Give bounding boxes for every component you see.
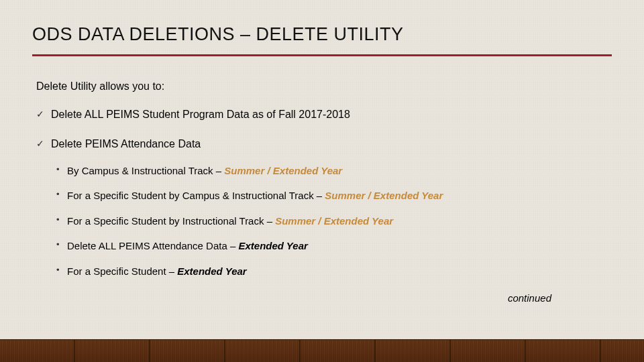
slide-title: ODS DATA DELETIONS – DELETE UTILITY [32,24,612,45]
sub-list: By Campus & Instructional Track – Summer… [51,164,612,278]
check-item-text: Delete ALL PEIMS Student Program Data as… [51,109,350,120]
sub-item-prefix: Delete ALL PEIMS Attendance Data – [67,240,238,251]
sub-item: For a Specific Student by Campus & Instr… [51,189,612,202]
sub-item-prefix: By Campus & Instructional Track – [67,165,224,176]
wood-floor-decoration [0,339,644,362]
sub-item-emph: Extended Year [238,240,307,251]
sub-item: By Campus & Instructional Track – Summer… [51,164,612,178]
sub-item: For a Specific Student – Extended Year [51,265,612,278]
check-item: Delete PEIMS Attendance Data By Campus &… [36,137,612,278]
sub-item-emph: Summer / Extended Year [275,215,393,227]
check-item: Delete ALL PEIMS Student Program Data as… [36,107,612,122]
check-list: Delete ALL PEIMS Student Program Data as… [36,107,612,278]
sub-item-prefix: For a Specific Student by Campus & Instr… [67,190,325,201]
sub-item: For a Specific Student by Instructional … [51,215,612,228]
sub-item-emph: Summer / Extended Year [224,165,342,176]
title-rule [32,54,612,56]
check-item-text: Delete PEIMS Attendance Data [51,138,201,149]
sub-item-emph: Summer / Extended Year [325,190,443,201]
intro-text: Delete Utility allows you to: [36,80,612,93]
sub-item-emph: Extended Year [177,265,246,277]
sub-item-prefix: For a Specific Student by Instructional … [67,215,275,227]
continued-label: continued [32,292,612,304]
sub-item-prefix: For a Specific Student – [67,265,177,277]
sub-item: Delete ALL PEIMS Attendance Data – Exten… [51,239,612,253]
